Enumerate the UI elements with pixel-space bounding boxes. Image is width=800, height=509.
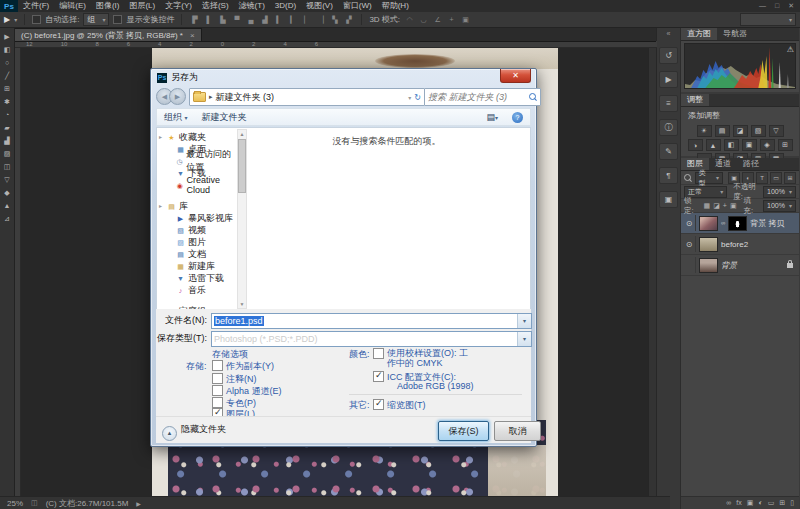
- adjustment-icon[interactable]: ☀: [697, 125, 712, 137]
- align-icon[interactable]: ▏: [301, 14, 312, 25]
- panel-icon[interactable]: ↺: [659, 47, 678, 64]
- scroll-down-icon[interactable]: ▼: [238, 300, 246, 308]
- layer-row-background-copy[interactable]: ⊙ ∞ 背景 拷贝: [681, 213, 799, 234]
- search-input[interactable]: 搜索 新建文件夹 (3): [428, 91, 507, 104]
- layers-footer-icon[interactable]: ▣: [747, 497, 754, 509]
- opacity-dropdown[interactable]: 100%▾: [763, 186, 796, 198]
- filter-kind-icon[interactable]: ▭: [770, 172, 782, 184]
- 3d-mode-icon[interactable]: ◠: [404, 14, 415, 25]
- address-history-caret-icon[interactable]: ▾: [408, 94, 411, 101]
- filetype-dropdown[interactable]: Photoshop (*.PSD;*.PDD) ▾: [211, 331, 532, 347]
- breadcrumb[interactable]: 新建文件夹 (3): [216, 91, 275, 104]
- adjustment-icon[interactable]: ▲: [706, 139, 721, 151]
- filename-input[interactable]: before1.psd ▾: [211, 313, 532, 329]
- tool-icon[interactable]: ╱: [5, 72, 9, 79]
- align-icon[interactable]: ▄: [245, 14, 256, 25]
- menu-item[interactable]: 编辑(E): [54, 0, 91, 12]
- layer-name[interactable]: before2: [721, 240, 748, 249]
- layers-footer-icon[interactable]: ◐: [758, 497, 762, 509]
- lock-icon[interactable]: +: [723, 202, 727, 210]
- lock-icon[interactable]: ◪: [713, 202, 720, 210]
- menu-item[interactable]: 文字(Y): [160, 0, 197, 12]
- warning-icon[interactable]: ⚠: [787, 45, 794, 54]
- sidebar-item[interactable]: ▤ 文档: [158, 248, 236, 260]
- cancel-button[interactable]: 取消: [494, 421, 541, 441]
- layers-footer-icon[interactable]: ▭: [768, 497, 775, 509]
- panel-icon[interactable]: ⓘ: [659, 119, 678, 136]
- workspace-dropdown[interactable]: ▾: [740, 13, 796, 26]
- layer-name[interactable]: 背景: [721, 260, 737, 271]
- menu-item[interactable]: 选择(S): [197, 0, 234, 12]
- mask-link-icon[interactable]: ∞: [721, 220, 725, 226]
- forward-button[interactable]: ▶: [169, 88, 186, 105]
- sidebar-item[interactable]: ▨ 图片: [158, 236, 236, 248]
- lock-icon[interactable]: ▣: [730, 202, 737, 210]
- layer-mask-thumbnail[interactable]: [728, 216, 747, 231]
- organize-button[interactable]: 组织 ▾: [164, 111, 188, 124]
- tool-icon[interactable]: ✱: [4, 98, 10, 105]
- 3d-mode-icon[interactable]: ∠: [432, 14, 443, 25]
- menu-item[interactable]: 文件(F): [18, 0, 54, 12]
- save-button[interactable]: 保存(S): [438, 421, 489, 441]
- thumbnail-checkbox[interactable]: [373, 399, 384, 410]
- canvas-scrollbar[interactable]: [648, 48, 656, 497]
- adjustment-icon[interactable]: ⊞: [778, 139, 793, 151]
- proof-option[interactable]: 使用校样设置(O): 工作中的 CMYK: [387, 348, 475, 368]
- document-tab[interactable]: (C) before1.jpg @ 25% (背景 拷贝, RGB/8#) * …: [14, 28, 202, 41]
- align-icon[interactable]: ▟: [259, 14, 270, 25]
- menu-item[interactable]: 窗口(W): [338, 0, 377, 12]
- thumbnail-option[interactable]: 缩览图(T): [373, 399, 426, 412]
- filename-caret-icon[interactable]: ▾: [517, 314, 531, 328]
- align-icon[interactable]: ▍: [273, 14, 284, 25]
- panel-icon[interactable]: ≡: [659, 95, 678, 112]
- align-icon[interactable]: ▙: [217, 14, 228, 25]
- menu-item[interactable]: 视图(V): [301, 0, 338, 12]
- layer-row-background[interactable]: 背景: [681, 255, 799, 276]
- panel-icon[interactable]: ▣: [659, 191, 678, 208]
- help-icon[interactable]: ?: [512, 112, 523, 123]
- sidebar-item[interactable]: ◷ 最近访问的位置: [158, 155, 236, 167]
- layer-thumbnail[interactable]: [699, 258, 718, 273]
- panel-icon[interactable]: ¶: [659, 167, 678, 184]
- filetype-caret-icon[interactable]: ▾: [517, 332, 531, 346]
- tab-paths[interactable]: 路径: [737, 158, 765, 170]
- lock-icon[interactable]: ▦: [704, 202, 711, 210]
- layers-footer-icon[interactable]: fx: [736, 497, 741, 509]
- align-icon[interactable]: ▕: [315, 14, 326, 25]
- tool-icon[interactable]: ▶: [4, 33, 9, 40]
- refresh-icon[interactable]: ↻: [414, 93, 421, 102]
- tool-preset-caret-icon[interactable]: ▾: [14, 16, 17, 23]
- close-icon[interactable]: ✕: [788, 2, 794, 10]
- scroll-up-icon[interactable]: ▲: [238, 130, 246, 138]
- auto-select-checkbox[interactable]: [32, 15, 41, 24]
- visibility-toggle-empty[interactable]: [683, 257, 696, 273]
- tool-icon[interactable]: ▟: [4, 137, 9, 144]
- tool-icon[interactable]: ▨: [4, 150, 11, 157]
- tab-channels[interactable]: 通道: [709, 158, 737, 170]
- show-transform-checkbox[interactable]: [113, 15, 122, 24]
- sidebar-item[interactable]: ★ 收藏夹: [158, 131, 236, 143]
- menu-item[interactable]: 滤镜(T): [234, 0, 270, 12]
- align-icon[interactable]: ▀: [231, 14, 242, 25]
- hide-folders-button[interactable]: ▲隐藏文件夹: [162, 423, 226, 441]
- filename-value[interactable]: before1.psd: [214, 316, 264, 326]
- sidebar-item[interactable]: ▧ 视频: [158, 224, 236, 236]
- sidebar-item[interactable]: ▤ 库: [158, 200, 236, 212]
- proof-checkbox[interactable]: [373, 348, 384, 359]
- layers-footer-icon[interactable]: ⊞: [779, 497, 785, 509]
- visibility-eye-icon[interactable]: ⊙: [683, 236, 696, 252]
- auto-select-target-dropdown[interactable]: 组▾: [83, 13, 109, 26]
- dialog-close-button[interactable]: ✕: [500, 69, 531, 83]
- status-options-arrow-icon[interactable]: ▶: [136, 500, 141, 507]
- 3d-mode-icon[interactable]: ▣: [460, 14, 471, 25]
- visibility-eye-icon[interactable]: ⊙: [683, 215, 696, 231]
- menu-item[interactable]: 帮助(H): [377, 0, 414, 12]
- menu-item[interactable]: 图像(I): [91, 0, 125, 12]
- as-copy-option[interactable]: 作为副本(Y): [212, 360, 274, 373]
- align-icon[interactable]: ▚: [329, 14, 340, 25]
- as-copy-checkbox[interactable]: [212, 360, 223, 371]
- tab-navigator[interactable]: 导航器: [717, 28, 753, 40]
- tool-icon[interactable]: ▲: [4, 202, 11, 209]
- alpha-checkbox[interactable]: [212, 385, 223, 396]
- sidebar-item[interactable]: ▦ 新建库: [158, 260, 236, 272]
